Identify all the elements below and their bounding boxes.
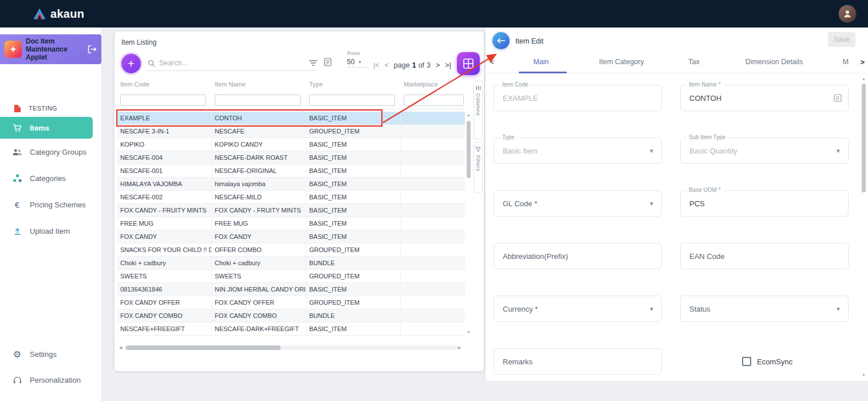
- last-page-button[interactable]: >|: [445, 61, 451, 69]
- search-input[interactable]: [159, 59, 305, 67]
- euro-icon: €: [11, 200, 23, 210]
- currency-field[interactable]: Currency * ▼: [494, 296, 662, 322]
- table-row[interactable]: NESCAFE+FREEGIFT NESCAFE-DARK+FREEGIFT B…: [117, 323, 465, 336]
- field-label: Item Name *: [686, 81, 723, 88]
- current-page: 1: [412, 61, 416, 69]
- filter-input-item-name[interactable]: [215, 95, 301, 106]
- cell-type: GROUPED_ITEM: [306, 125, 401, 137]
- table-row[interactable]: NESCAFE 3-IN-1 NESCAFE GROUPED_ITEM: [117, 125, 465, 138]
- cell-item-name: NESCAFE-DARK+FREEGIFT: [212, 323, 306, 335]
- table-row[interactable]: NESCAFE-002 NESCAFE-MILD BASIC_ITEM: [117, 191, 465, 204]
- tabs-scroll-right-icon[interactable]: >: [860, 58, 865, 66]
- filter-input-type[interactable]: [309, 95, 395, 106]
- base-uom-field[interactable]: Base UOM * PCS: [680, 190, 849, 217]
- filter-list-icon[interactable]: [309, 60, 317, 66]
- notes-icon[interactable]: [834, 94, 842, 102]
- tab-item-category[interactable]: Item Category: [586, 58, 657, 66]
- arrow-left-icon: [497, 37, 506, 44]
- sidebar: ✦ Doc Item Maintenance Applet TESTING It…: [0, 27, 102, 401]
- brand-name: akaun: [50, 7, 84, 21]
- user-avatar[interactable]: [838, 5, 857, 23]
- scroll-down-icon[interactable]: ▼: [466, 330, 471, 334]
- abbreviation-field[interactable]: Abbreviation(Prefix): [494, 243, 662, 269]
- prev-page-button[interactable]: <: [385, 61, 389, 69]
- table-row[interactable]: FOX CANDY OFFER FOX CANDY OFFER GROUPED_…: [117, 296, 465, 309]
- item-name-field[interactable]: Item Name * CONTOH: [680, 85, 849, 111]
- cell-item-name: FOX CANDY COMBO: [212, 309, 306, 322]
- rows-per-page-select[interactable]: Rows 50 ▾: [347, 50, 368, 68]
- scroll-up-icon[interactable]: ▲: [466, 113, 471, 117]
- table-row[interactable]: FREE MUG FREE MUG BASIC_ITEM: [117, 217, 465, 230]
- first-page-button[interactable]: |<: [373, 61, 380, 69]
- ecomsync-checkbox[interactable]: [742, 357, 751, 366]
- cell-marketplace: [401, 283, 465, 296]
- sidebar-item-pricing-schemes[interactable]: € Pricing Schemes: [0, 191, 102, 218]
- cell-marketplace: [401, 257, 465, 269]
- cell-item-name: CONTOH: [212, 112, 306, 124]
- remarks-field[interactable]: Remarks: [494, 348, 662, 375]
- table-row[interactable]: FOX CANDY COMBO FOX CANDY COMBO BUNDLE: [117, 309, 465, 323]
- table-row[interactable]: FOX CANDY FOX CANDY BASIC_ITEM: [117, 230, 465, 243]
- rows-per-page-value: 50: [347, 58, 354, 66]
- status-field[interactable]: Status ▼: [680, 296, 849, 322]
- back-button[interactable]: [492, 32, 510, 49]
- funnel-icon: [475, 147, 481, 152]
- editor-scrollbar-thumb[interactable]: [862, 84, 866, 192]
- table-row[interactable]: KOPIKO KOPIKO CANDY BASIC_ITEM: [117, 138, 465, 151]
- cell-marketplace: [401, 125, 465, 137]
- columns-side-tab[interactable]: Columns: [474, 81, 483, 139]
- gl-code-field[interactable]: GL Code * ▼: [494, 190, 662, 217]
- scroll-right-icon[interactable]: ▶: [458, 345, 464, 350]
- table-row[interactable]: SNACKS FOR YOUR CHILD !! D... OFFER COMB…: [117, 243, 465, 257]
- tab-tax[interactable]: Tax: [674, 58, 713, 66]
- table-vertical-scrollbar-thumb[interactable]: [467, 121, 471, 178]
- grid-view-button[interactable]: [457, 52, 480, 75]
- scroll-up-icon[interactable]: ▲: [861, 77, 866, 81]
- table-row[interactable]: FOX CANDY - FRUITY MINTS FOX CANDY - FRU…: [117, 204, 465, 217]
- table-row[interactable]: EXAMPLE CONTOH BASIC_ITEM: [117, 112, 465, 125]
- filter-input-item-code[interactable]: [120, 95, 206, 106]
- cell-marketplace: [401, 178, 465, 190]
- tab-truncated[interactable]: M: [841, 58, 851, 66]
- scroll-left-icon[interactable]: ◀: [119, 345, 125, 350]
- next-page-button[interactable]: >: [436, 61, 440, 69]
- cell-type: BASIC_ITEM: [306, 191, 401, 203]
- table-row[interactable]: 081364361846 NIN JIOM HERBAL CANDY ORI..…: [117, 283, 465, 296]
- scroll-down-icon[interactable]: ▼: [861, 373, 866, 377]
- sidebar-item-testing[interactable]: TESTING: [0, 100, 102, 117]
- filters-side-tab[interactable]: Filters: [474, 142, 483, 192]
- cell-marketplace: [401, 191, 465, 203]
- ean-code-field[interactable]: EAN Code: [680, 243, 849, 269]
- table-horizontal-scrollbar[interactable]: ◀ ▶: [119, 344, 464, 351]
- cell-item-code: FOX CANDY: [117, 230, 212, 243]
- exit-applet-button[interactable]: [88, 45, 97, 53]
- sidebar-item-settings[interactable]: ⚙ Settings: [0, 341, 102, 367]
- report-view-button[interactable]: [324, 58, 332, 66]
- tabs-scroll-left-icon[interactable]: <: [490, 58, 495, 66]
- horizontal-scroll-track[interactable]: [125, 345, 458, 350]
- table-horizontal-scrollbar-thumb[interactable]: [126, 345, 281, 350]
- filter-input-marketplace[interactable]: [404, 95, 464, 106]
- sidebar-item-items[interactable]: Items: [0, 117, 93, 139]
- table-row[interactable]: Choki + cadbury Choki + cadbury BUNDLE: [117, 257, 465, 270]
- table-row[interactable]: NESCAFE-004 NESCAFE-DARK ROAST BASIC_ITE…: [117, 151, 465, 164]
- table-vertical-scrollbar[interactable]: ▲ ▼: [466, 113, 471, 334]
- save-button[interactable]: Save: [828, 32, 855, 47]
- tab-dimension-details[interactable]: Dimension Details: [732, 58, 816, 66]
- sidebar-item-upload-item[interactable]: Upload Item: [0, 218, 102, 244]
- sidebar-item-categories[interactable]: Categories: [0, 165, 102, 191]
- cell-type: BUNDLE: [306, 309, 401, 322]
- table-row[interactable]: SWEETS SWEETS GROUPED_ITEM: [117, 270, 465, 283]
- tab-main[interactable]: Main: [520, 58, 562, 66]
- item-listing-panel: Item Listing + Rows 50 ▾ |< < page 1 of …: [115, 32, 484, 371]
- table-row[interactable]: HIMALAYA VAJOMBA himalaya vajomba BASIC_…: [117, 178, 465, 191]
- sidebar-item-label: Categories: [30, 174, 66, 183]
- page-indicator: page 1 of 3: [394, 61, 431, 69]
- add-item-button[interactable]: +: [121, 54, 141, 73]
- document-icon: [11, 104, 23, 113]
- table-row[interactable]: NESCAFE-001 NESCAFE-ORIGINAL BASIC_ITEM: [117, 164, 465, 178]
- sidebar-item-personalization[interactable]: Personalization: [0, 367, 102, 393]
- editor-scrollbar[interactable]: ▲ ▼: [861, 77, 866, 377]
- cell-item-code: NESCAFE-002: [117, 191, 212, 203]
- sidebar-item-category-groups[interactable]: Category Groups: [0, 139, 102, 165]
